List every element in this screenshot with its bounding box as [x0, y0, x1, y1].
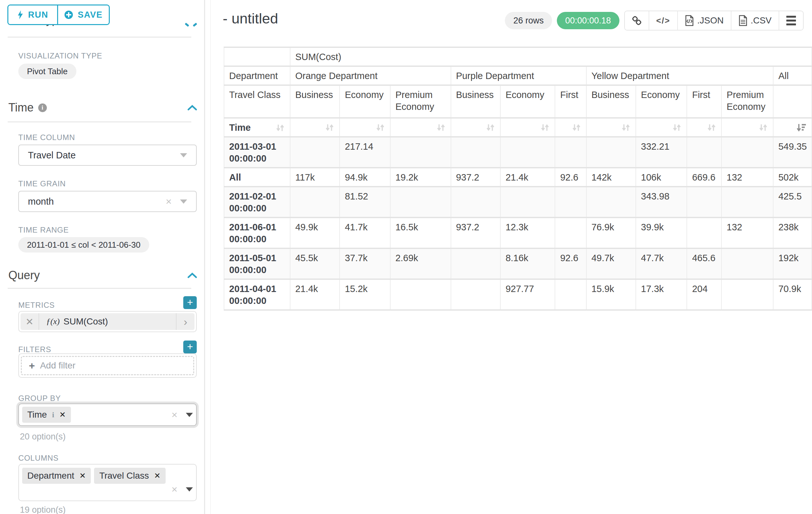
menu-icon	[786, 16, 796, 25]
clear-icon[interactable]: ×	[166, 196, 172, 207]
column-sort-header[interactable]	[290, 118, 340, 137]
sort-icon	[540, 123, 550, 133]
columns-option-count: 19 option(s)	[20, 505, 66, 514]
menu-button[interactable]	[779, 11, 803, 30]
column-sort-header[interactable]	[636, 118, 687, 137]
column-sort-header[interactable]	[586, 118, 636, 137]
column-sort-header[interactable]	[722, 118, 773, 137]
view-query-button[interactable]: </>	[649, 11, 677, 30]
save-button[interactable]: SAVE	[58, 5, 109, 24]
run-button[interactable]: RUN	[8, 5, 58, 24]
query-collapse-button[interactable]	[187, 272, 197, 278]
pivot-value-cell: 39.9k	[636, 217, 687, 248]
department-group-header: Orange Department	[290, 66, 451, 85]
time-grain-select[interactable]: month ×	[18, 191, 197, 212]
add-filter-label: Add filter	[40, 360, 76, 371]
metric-header-row: SUM(Cost)	[224, 47, 812, 66]
time-range-label: TIME RANGE	[18, 225, 69, 235]
time-column-select[interactable]: Travel Date	[18, 144, 197, 166]
section-divider	[8, 37, 191, 37]
columns-tag-department[interactable]: Department ✕	[22, 468, 91, 484]
column-sort-header[interactable]	[500, 118, 555, 137]
time-collapse-button[interactable]	[187, 105, 197, 110]
pivot-value-cell	[586, 187, 636, 217]
column-sort-header[interactable]	[687, 118, 722, 137]
remove-metric-icon[interactable]: ✕	[21, 313, 39, 330]
clear-icon[interactable]: ×	[171, 484, 177, 494]
pivot-value-cell	[390, 137, 451, 168]
chevron-up-icon[interactable]	[185, 23, 190, 27]
chevron-down-icon[interactable]	[186, 413, 193, 417]
export-csv-button[interactable]: .CSV	[731, 11, 779, 30]
sort-icon	[758, 123, 768, 133]
remove-tag-icon[interactable]: ✕	[79, 471, 86, 480]
pivot-table: SUM(Cost) Department Orange Department P…	[224, 47, 812, 310]
chevron-up-icon	[187, 272, 197, 278]
travel-class-header: Economy	[340, 85, 390, 118]
add-metric-button[interactable]: +	[183, 296, 197, 309]
sort-desc-icon	[796, 123, 807, 133]
pivot-value-cell	[687, 217, 722, 248]
time-column-label: TIME COLUMN	[18, 133, 75, 142]
travel-class-header: Economy	[500, 85, 555, 118]
travel-class-header: Business	[451, 85, 500, 118]
info-icon[interactable]: i	[38, 104, 47, 112]
department-group-header: Yellow Department	[586, 66, 774, 85]
pivot-value-cell: 425.5	[773, 187, 812, 217]
pivot-value-cell: 217.14	[340, 137, 390, 168]
pivot-data-row: 2011-04-01 00:00:0021.4k15.2k927.7715.9k…	[224, 279, 812, 310]
pivot-value-cell	[500, 137, 555, 168]
json-button-label: .JSON	[697, 16, 723, 26]
clear-icon[interactable]: ×	[171, 410, 177, 420]
info-icon[interactable]: i	[52, 410, 54, 419]
remove-tag-icon[interactable]: ✕	[154, 471, 161, 480]
columns-tag-travel-class[interactable]: Travel Class ✕	[94, 468, 166, 484]
chevron-down-icon[interactable]	[186, 487, 193, 491]
travel-class-header: Premium Economy	[390, 85, 451, 118]
pivot-value-cell: 204	[687, 279, 722, 310]
pivot-value-cell	[555, 217, 586, 248]
visualization-type-value[interactable]: Pivot Table	[18, 63, 77, 79]
pivot-value-cell: 343.98	[636, 187, 687, 217]
columns-select[interactable]: Department ✕ Travel Class ✕ ×	[18, 464, 197, 501]
remove-tag-icon[interactable]: ✕	[59, 410, 66, 419]
column-sort-header[interactable]	[555, 118, 586, 137]
code-icon: </>	[656, 16, 670, 26]
department-group-header: Purple Department	[451, 66, 586, 85]
column-sort-header[interactable]	[773, 118, 812, 137]
metric-chip[interactable]: ✕ ƒ(x) SUM(Cost) ›	[21, 313, 195, 330]
column-sort-header[interactable]	[390, 118, 451, 137]
export-json-button[interactable]: .JSON	[677, 11, 730, 30]
pivot-value-cell: 17.3k	[636, 279, 687, 310]
time-range-value[interactable]: 2011-01-01 ≤ col < 2011-06-30	[18, 237, 149, 252]
department-group-header: All	[773, 66, 812, 85]
panel-gutter[interactable]	[210, 0, 211, 514]
row-count-badge: 26 rows	[505, 12, 552, 29]
pivot-data-row: 2011-03-01 00:00:00217.14332.21549.35	[224, 137, 812, 168]
copy-link-button[interactable]	[625, 11, 649, 30]
pivot-data-row: 2011-02-01 00:00:0081.52343.98425.5	[224, 187, 812, 217]
sort-icon	[275, 123, 285, 133]
columns-label: COLUMNS	[18, 454, 59, 463]
pivot-value-cell: 117k	[290, 168, 340, 187]
travel-class-header: Premium Economy	[722, 85, 773, 118]
group-by-select[interactable]: Time i ✕ ×	[18, 404, 197, 426]
travel-class-header: First	[687, 85, 722, 118]
pivot-value-cell: 132	[722, 168, 773, 187]
column-sort-header[interactable]	[451, 118, 500, 137]
chevron-right-icon[interactable]: ›	[176, 313, 195, 330]
pivot-value-cell: 92.6	[555, 168, 586, 187]
time-grain-label: TIME GRAIN	[18, 179, 66, 188]
run-save-button-group: RUN SAVE	[7, 4, 110, 25]
group-by-tag-time[interactable]: Time i ✕	[22, 407, 71, 423]
pivot-value-cell: 76.9k	[586, 217, 636, 248]
chevron-up-icon[interactable]	[193, 23, 197, 27]
time-sort-header[interactable]: Time	[224, 118, 290, 137]
add-filter-button[interactable]: +	[183, 341, 197, 353]
add-filter-dropzone[interactable]: + Add filter	[21, 356, 194, 375]
chart-title[interactable]: - untitled	[223, 10, 278, 27]
pivot-value-cell: 238k	[773, 217, 812, 248]
sort-header-label: Time	[229, 122, 251, 134]
time-grain-value: month	[28, 196, 166, 207]
column-sort-header[interactable]	[340, 118, 390, 137]
